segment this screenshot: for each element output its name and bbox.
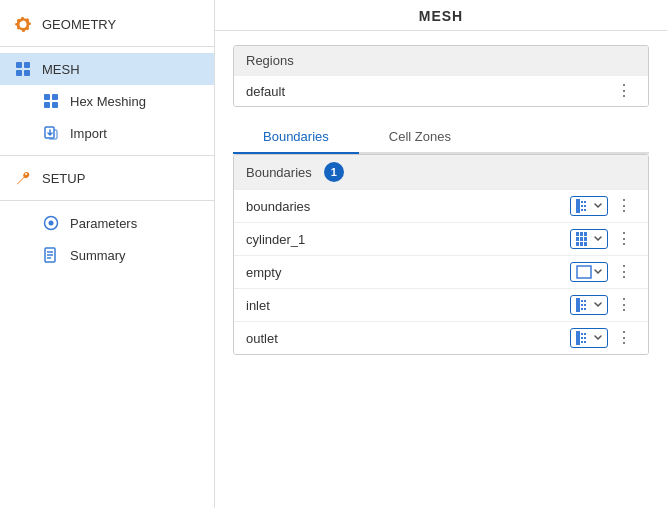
boundaries-badge: 1	[324, 162, 344, 182]
svg-rect-17	[581, 205, 583, 207]
wall-icon	[576, 298, 592, 312]
sidebar-item-geometry[interactable]: GEOMETRY	[0, 8, 214, 40]
svg-rect-24	[584, 232, 587, 236]
svg-rect-19	[584, 201, 586, 203]
wall-icon	[576, 199, 592, 213]
sidebar: GEOMETRY MESH Hex Meshing	[0, 0, 215, 508]
boundary-kebab-boundaries[interactable]: ⋮	[612, 198, 636, 214]
grid-wall-icon	[576, 232, 592, 246]
svg-rect-0	[16, 62, 22, 68]
boundary-type-button-outlet[interactable]	[570, 328, 608, 348]
boundaries-card: Boundaries 1 boundaries	[233, 154, 649, 355]
boundary-controls-boundaries: ⋮	[570, 196, 636, 216]
svg-rect-38	[584, 308, 586, 310]
svg-rect-45	[584, 341, 586, 343]
boundary-controls-cylinder1: ⋮	[570, 229, 636, 249]
boundary-kebab-inlet[interactable]: ⋮	[612, 297, 636, 313]
wall-icon	[576, 331, 592, 345]
doc-icon	[42, 246, 60, 264]
sidebar-item-mesh-label: MESH	[42, 62, 80, 77]
sidebar-item-hex-meshing[interactable]: Hex Meshing	[0, 85, 214, 117]
boundary-label-outlet: outlet	[246, 331, 570, 346]
chevron-down-icon	[594, 202, 602, 210]
sidebar-item-import[interactable]: Import	[0, 117, 214, 149]
chevron-down-icon	[594, 301, 602, 309]
svg-rect-42	[581, 341, 583, 343]
divider-1	[0, 46, 214, 47]
tab-cell-zones[interactable]: Cell Zones	[359, 121, 481, 154]
svg-rect-18	[581, 209, 583, 211]
sidebar-item-mesh[interactable]: MESH	[0, 53, 214, 85]
svg-rect-7	[52, 102, 58, 108]
sidebar-item-summary[interactable]: Summary	[0, 239, 214, 271]
svg-rect-3	[24, 70, 30, 76]
main-body: Regions default ⋮ Boundaries Cell Zones …	[215, 31, 667, 508]
square-icon	[576, 265, 592, 279]
boundary-row-outlet: outlet	[234, 321, 648, 354]
boundaries-card-header: Boundaries 1	[234, 155, 648, 189]
svg-rect-4	[44, 94, 50, 100]
boundary-controls-empty: ⋮	[570, 262, 636, 282]
svg-rect-40	[581, 333, 583, 335]
boundary-kebab-cylinder1[interactable]: ⋮	[612, 231, 636, 247]
regions-card: Regions default ⋮	[233, 45, 649, 107]
divider-2	[0, 155, 214, 156]
sidebar-item-parameters-label: Parameters	[70, 216, 137, 231]
svg-rect-15	[576, 199, 580, 213]
chevron-down-icon	[594, 268, 602, 276]
sidebar-item-summary-label: Summary	[70, 248, 126, 263]
chevron-down-icon	[594, 235, 602, 243]
boundary-controls-outlet: ⋮	[570, 328, 636, 348]
svg-rect-43	[584, 333, 586, 335]
svg-rect-44	[584, 337, 586, 339]
boundary-kebab-empty[interactable]: ⋮	[612, 264, 636, 280]
svg-rect-41	[581, 337, 583, 339]
regions-row-default: default ⋮	[234, 75, 648, 106]
boundary-type-button-inlet[interactable]	[570, 295, 608, 315]
svg-rect-16	[581, 201, 583, 203]
boundary-label-empty: empty	[246, 265, 570, 280]
svg-rect-1	[24, 62, 30, 68]
sidebar-item-geometry-label: GEOMETRY	[42, 17, 116, 32]
sidebar-item-setup[interactable]: SETUP	[0, 162, 214, 194]
boundary-label-inlet: inlet	[246, 298, 570, 313]
tab-boundaries[interactable]: Boundaries	[233, 121, 359, 154]
svg-rect-34	[581, 304, 583, 306]
import-icon	[42, 124, 60, 142]
boundary-kebab-outlet[interactable]: ⋮	[612, 330, 636, 346]
svg-point-10	[49, 221, 54, 226]
boundary-type-button-cylinder1[interactable]	[570, 229, 608, 249]
main-content: MESH Regions default ⋮ Boundaries Cell Z…	[215, 0, 667, 508]
svg-rect-22	[576, 232, 579, 236]
param-icon	[42, 214, 60, 232]
boundary-controls-inlet: ⋮	[570, 295, 636, 315]
svg-rect-23	[580, 232, 583, 236]
sidebar-item-import-label: Import	[70, 126, 107, 141]
boundary-label-boundaries: boundaries	[246, 199, 570, 214]
chevron-down-icon	[594, 334, 602, 342]
grid-sub-icon	[42, 92, 60, 110]
svg-rect-36	[584, 300, 586, 302]
svg-rect-32	[576, 298, 580, 312]
boundaries-title: Boundaries	[246, 165, 312, 180]
svg-rect-35	[581, 308, 583, 310]
boundary-row-empty: empty ⋮	[234, 255, 648, 288]
boundary-type-button-boundaries[interactable]	[570, 196, 608, 216]
sidebar-item-setup-label: SETUP	[42, 171, 85, 186]
svg-rect-37	[584, 304, 586, 306]
svg-rect-30	[584, 242, 587, 246]
boundary-row-inlet: inlet	[234, 288, 648, 321]
sidebar-item-hex-meshing-label: Hex Meshing	[70, 94, 146, 109]
wrench-icon	[14, 169, 32, 187]
regions-header: Regions	[234, 46, 648, 75]
svg-rect-2	[16, 70, 22, 76]
regions-row-kebab-button[interactable]: ⋮	[612, 83, 636, 99]
sidebar-item-parameters[interactable]: Parameters	[0, 207, 214, 239]
boundary-type-button-empty[interactable]	[570, 262, 608, 282]
svg-rect-25	[576, 237, 579, 241]
svg-rect-21	[584, 209, 586, 211]
grid-icon	[14, 60, 32, 78]
svg-rect-29	[580, 242, 583, 246]
tabs-container: Boundaries Cell Zones Boundaries 1 bound…	[233, 121, 649, 355]
svg-rect-39	[576, 331, 580, 345]
